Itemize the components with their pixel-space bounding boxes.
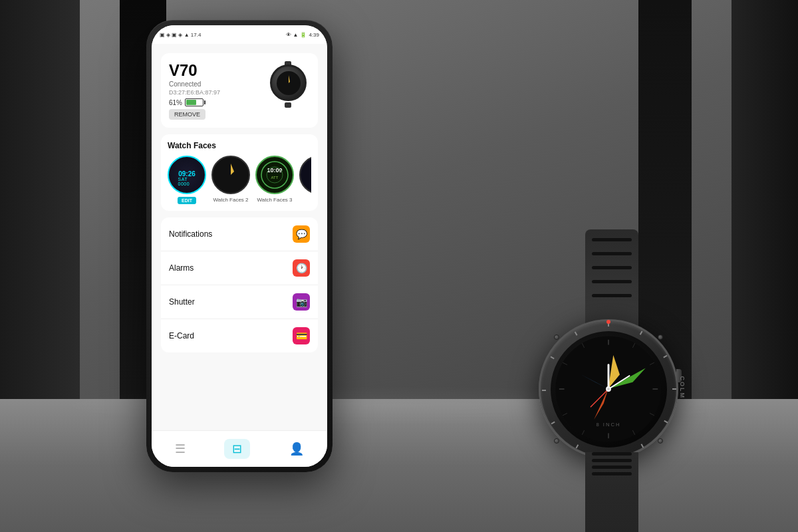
notifications-label: Notifications — [169, 229, 212, 239]
watch-face-2 — [211, 156, 250, 194]
strap-hole-2 — [592, 252, 632, 255]
chat-icon: 💬 — [296, 229, 307, 239]
watch-dial: 8 INCH — [551, 331, 667, 448]
remove-button[interactable]: REMOVE — [169, 109, 205, 120]
watch-face-svg: 8 INCH — [555, 336, 662, 442]
device-status: Connected — [169, 80, 220, 88]
wf4-svg — [301, 157, 311, 193]
screw-top-right — [658, 334, 663, 340]
eye-icon: 👁 — [286, 32, 291, 38]
nav-icon-1: ☰ — [175, 442, 186, 456]
status-right-icons: 👁 ▲ 🔋 4:39 — [286, 32, 320, 38]
strap-hole-1 — [592, 238, 632, 241]
device-info: V70 Connected D3:27:E6:BA:87:97 61% REMO… — [169, 61, 220, 120]
alarms-label: Alarms — [169, 263, 194, 273]
tick-4 — [664, 420, 668, 424]
watch-bezel: COLMI — [539, 319, 678, 459]
alarm-icon: 🕐 — [296, 263, 307, 273]
smartwatch: COLMI — [499, 133, 725, 466]
strap-bottom-shape — [585, 452, 638, 532]
signal-icon: ▣ ◈ — [160, 32, 170, 38]
watch-face-item-3[interactable]: 10:09 ATT Watch Faces 3 — [255, 156, 294, 203]
strap-hole-b2 — [592, 459, 632, 462]
data-speed: ▣ ◈ ▲ 17.4 — [172, 32, 201, 38]
wf1-date: SAT 0000 — [178, 177, 196, 186]
ecard-icon: 💳 — [293, 327, 310, 344]
battery-bar — [185, 98, 203, 106]
tick-3 — [672, 388, 676, 390]
screw-bottom-right — [658, 438, 663, 444]
tick-5 — [641, 444, 644, 448]
watch-face-4 — [299, 156, 311, 194]
strap-bottom — [585, 442, 638, 532]
time-display: 4:39 — [309, 32, 319, 38]
tick-2 — [663, 355, 667, 358]
battery-fill — [186, 100, 196, 105]
device-model: V70 — [169, 61, 220, 80]
wf3-svg: 10:09 ATT — [257, 157, 293, 193]
tick-9 — [542, 390, 546, 391]
watch-face-item-2[interactable]: Watch Faces 2 — [211, 156, 250, 203]
strap-hole-4 — [592, 280, 632, 283]
svg-text:8 INCH: 8 INCH — [596, 422, 620, 428]
card-icon: 💳 — [296, 331, 307, 341]
device-section: V70 Connected D3:27:E6:BA:87:97 61% REMO… — [161, 53, 318, 128]
wf3-label: Watch Faces 3 — [257, 197, 292, 203]
tick-1 — [640, 331, 643, 335]
battery-percentage: 61% — [169, 99, 182, 106]
phone-device: ▣ ◈ ▣ ◈ ▲ 17.4 👁 ▲ 🔋 4:39 V70 Connected — [146, 20, 332, 472]
screw-top-left — [554, 334, 559, 340]
menu-item-notifications[interactable]: Notifications 💬 — [161, 217, 318, 251]
tick-10 — [551, 356, 555, 360]
thumb-watch-circle — [270, 65, 307, 101]
edit-badge[interactable]: EDIT — [178, 197, 196, 204]
app-content: V70 Connected D3:27:E6:BA:87:97 61% REMO… — [152, 44, 327, 430]
menu-item-shutter[interactable]: Shutter 📷 — [161, 285, 318, 319]
strap-hole-5 — [592, 294, 632, 297]
wifi-icon: ▲ — [293, 32, 299, 38]
camera-icon: 📷 — [296, 297, 307, 307]
nav-icon-3: 👤 — [289, 442, 304, 456]
svg-text:10:09: 10:09 — [267, 167, 282, 174]
watch-faces-row: 09:26 SAT 0000 EDIT — [168, 156, 311, 204]
svg-point-14 — [301, 158, 311, 192]
strap-hole-b1 — [592, 452, 632, 456]
nav-item-1[interactable]: ☰ — [167, 439, 194, 459]
battery-row: 61% — [169, 98, 220, 106]
tick-11 — [575, 332, 578, 336]
watch-face-3: 10:09 ATT — [255, 156, 294, 194]
phone-screen: ▣ ◈ ▣ ◈ ▲ 17.4 👁 ▲ 🔋 4:39 V70 Connected — [152, 25, 327, 467]
watch-faces-section: Watch Faces 09:26 SAT 0000 EDIT — [161, 134, 318, 211]
nav-icon-2: ⊟ — [232, 442, 242, 456]
phone-outer-shell: ▣ ◈ ▣ ◈ ▲ 17.4 👁 ▲ 🔋 4:39 V70 Connected — [146, 20, 332, 472]
thumb-band-bottom — [285, 102, 291, 108]
alarms-icon: 🕐 — [293, 259, 310, 277]
tick-7 — [576, 444, 579, 448]
screw-bottom-left — [554, 438, 559, 444]
menu-item-alarms[interactable]: Alarms 🕐 — [161, 251, 318, 285]
shutter-icon: 📷 — [293, 293, 310, 311]
menu-item-ecard[interactable]: E-Card 💳 — [161, 319, 318, 352]
brand-label: COLMI — [679, 376, 686, 402]
nav-item-2[interactable]: ⊟ — [224, 439, 250, 459]
watch-face-1: 09:26 SAT 0000 — [168, 156, 206, 194]
ecard-label: E-Card — [169, 331, 194, 340]
nav-item-3[interactable]: 👤 — [281, 439, 312, 459]
bottom-navigation: ☰ ⊟ 👤 — [152, 430, 327, 467]
watch-thumbnail — [270, 61, 310, 108]
status-left-icons: ▣ ◈ ▣ ◈ ▲ 17.4 — [160, 32, 201, 38]
strap-hole-b4 — [592, 472, 632, 475]
red-dot-top — [606, 320, 610, 324]
svg-text:ATT: ATT — [271, 176, 279, 180]
shutter-label: Shutter — [169, 297, 195, 307]
thumb-watch-face-svg — [275, 70, 302, 96]
strap-hole-b3 — [592, 466, 632, 469]
watch-face-item-1[interactable]: 09:26 SAT 0000 EDIT — [168, 156, 206, 204]
wf2-label: Watch Faces 2 — [213, 197, 248, 203]
notifications-icon: 💬 — [293, 225, 310, 243]
device-mac: D3:27:E6:BA:87:97 — [169, 89, 220, 96]
strap-hole-3 — [592, 266, 632, 269]
status-bar: ▣ ◈ ▣ ◈ ▲ 17.4 👁 ▲ 🔋 4:39 — [152, 25, 327, 44]
tick-8 — [551, 422, 555, 425]
watch-face-item-4[interactable]: Wa... — [299, 156, 311, 203]
